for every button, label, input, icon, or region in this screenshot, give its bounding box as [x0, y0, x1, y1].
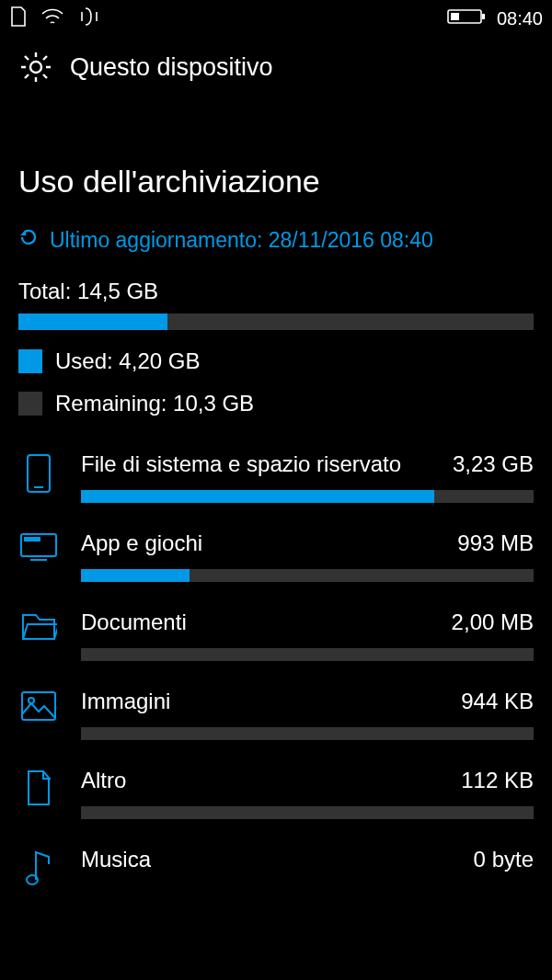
category-size: 993 MB — [457, 530, 534, 556]
other-icon — [18, 768, 59, 806]
page-header-title: Questo dispositivo — [70, 53, 273, 82]
svg-rect-11 — [22, 692, 55, 720]
status-icons-right: 08:40 — [447, 7, 543, 30]
wifi-icon — [40, 6, 64, 31]
storage-category-row[interactable]: Altro112 KB — [18, 753, 534, 832]
category-bar-fill — [81, 490, 434, 503]
legend-used-label: Used: 4,20 GB — [55, 348, 200, 374]
storage-total-label: Total: 14,5 GB — [18, 279, 534, 304]
phone-icon — [18, 451, 59, 494]
storage-category-row[interactable]: Immagini944 KB — [18, 674, 534, 753]
page-title: Uso dell'archiviazione — [18, 164, 534, 199]
last-update-row[interactable]: Ultimo aggiornamento: 28/11/2016 08:40 — [18, 227, 534, 253]
status-time: 08:40 — [497, 8, 543, 29]
status-icons-left — [9, 6, 101, 32]
svg-rect-8 — [30, 538, 34, 541]
legend-remaining-swatch — [18, 392, 42, 416]
legend-remaining-label: Remaining: 10,3 GB — [55, 391, 254, 416]
category-bar — [81, 648, 534, 661]
storage-total-bar-fill — [18, 313, 167, 330]
legend-remaining: Remaining: 10,3 GB — [18, 391, 534, 416]
category-size: 3,23 GB — [453, 451, 534, 477]
category-bar — [81, 727, 534, 740]
category-name: Musica — [81, 847, 151, 872]
sim-icon — [9, 6, 28, 32]
storage-total-bar — [18, 313, 534, 330]
storage-category-row[interactable]: Musica0 byte — [18, 832, 534, 900]
images-icon — [18, 689, 59, 722]
category-name: File di sistema e spazio riservato — [81, 451, 401, 477]
svg-rect-2 — [451, 13, 459, 20]
storage-category-row[interactable]: File di sistema e spazio riservato3,23 G… — [18, 437, 534, 516]
category-size: 944 KB — [461, 689, 534, 714]
storage-category-list: File di sistema e spazio riservato3,23 G… — [18, 437, 534, 900]
category-name: Altro — [81, 768, 126, 793]
category-bar — [81, 569, 534, 582]
category-bar — [81, 806, 534, 819]
category-size: 0 byte — [474, 847, 534, 872]
apps-icon — [18, 530, 59, 564]
music-icon — [18, 847, 59, 887]
category-size: 2,00 MB — [452, 610, 534, 635]
settings-gear-icon[interactable] — [18, 50, 53, 85]
category-bar-fill — [81, 569, 190, 582]
legend-used-swatch — [18, 349, 42, 373]
storage-category-row[interactable]: App e giochi993 MB — [18, 516, 534, 595]
category-name: Immagini — [81, 689, 170, 714]
svg-rect-1 — [482, 14, 485, 19]
svg-point-12 — [29, 698, 34, 703]
svg-rect-7 — [25, 538, 29, 541]
svg-point-3 — [30, 62, 41, 73]
storage-category-row[interactable]: Documenti2,00 MB — [18, 595, 534, 674]
last-update-text: Ultimo aggiornamento: 28/11/2016 08:40 — [50, 228, 433, 253]
docs-icon — [18, 610, 59, 643]
svg-rect-9 — [36, 538, 40, 541]
status-bar: 08:40 — [0, 0, 552, 37]
legend-used: Used: 4,20 GB — [18, 348, 534, 374]
battery-icon — [447, 7, 486, 30]
category-size: 112 KB — [461, 768, 534, 793]
category-name: App e giochi — [81, 530, 202, 556]
category-bar — [81, 490, 534, 503]
page-header: Questo dispositivo — [0, 37, 552, 92]
refresh-icon — [18, 227, 39, 253]
category-name: Documenti — [81, 610, 187, 635]
vibrate-icon — [77, 6, 101, 32]
